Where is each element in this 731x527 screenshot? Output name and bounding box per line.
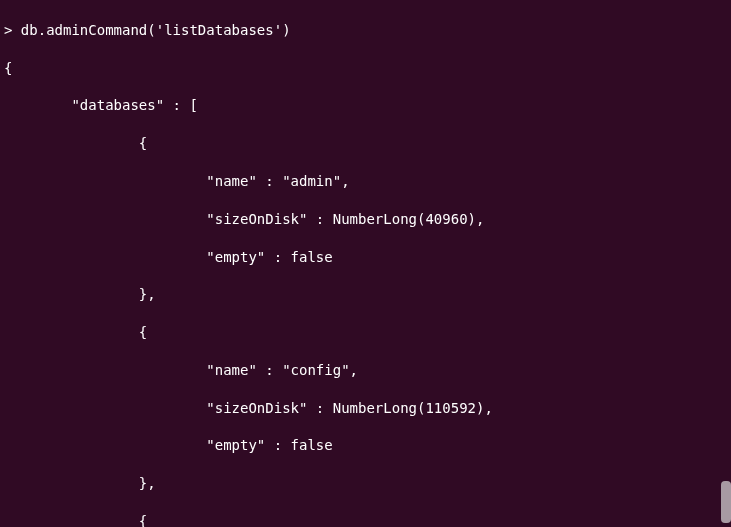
terminal-output: > db.adminCommand('listDatabases') { "da… xyxy=(0,0,731,527)
item-open: { xyxy=(4,512,727,527)
item-close: }, xyxy=(4,285,727,304)
db-size: "sizeOnDisk" : NumberLong(110592), xyxy=(4,399,727,418)
brace-open: { xyxy=(4,59,727,78)
db-name: "name" : "admin", xyxy=(4,172,727,191)
db-size: "sizeOnDisk" : NumberLong(40960), xyxy=(4,210,727,229)
item-close: }, xyxy=(4,474,727,493)
item-open: { xyxy=(4,323,727,342)
db-name: "name" : "config", xyxy=(4,361,727,380)
db-empty: "empty" : false xyxy=(4,436,727,455)
databases-key: "databases" : [ xyxy=(4,96,727,115)
db-empty: "empty" : false xyxy=(4,248,727,267)
item-open: { xyxy=(4,134,727,153)
prompt-symbol: > xyxy=(4,22,21,38)
command-text: db.adminCommand('listDatabases') xyxy=(21,22,291,38)
scrollbar-thumb[interactable] xyxy=(721,481,731,523)
command-line[interactable]: > db.adminCommand('listDatabases') xyxy=(4,21,727,40)
